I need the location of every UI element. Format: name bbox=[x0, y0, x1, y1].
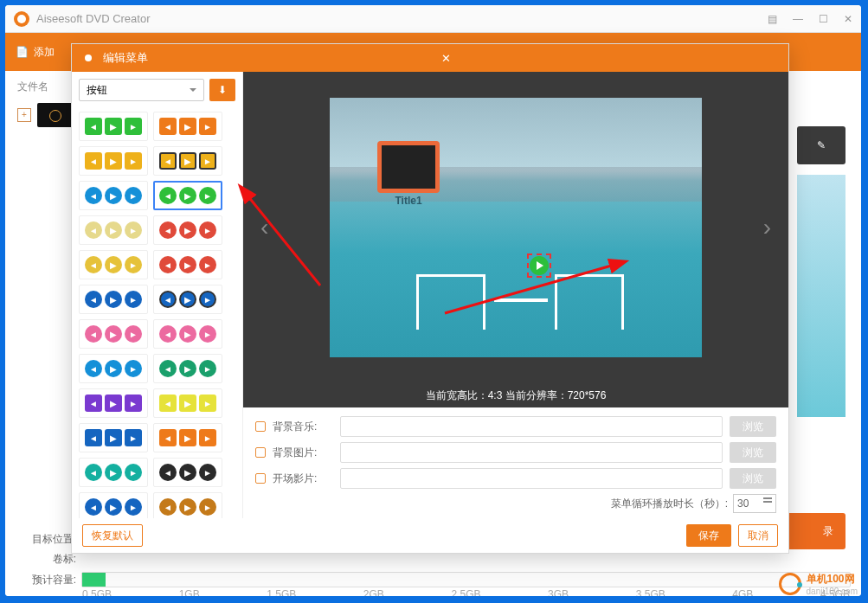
capacity-tick: 3GB bbox=[548, 588, 569, 596]
capacity-fill bbox=[82, 573, 106, 587]
close-icon[interactable]: ✕ bbox=[844, 13, 852, 25]
loop-duration-label: 菜单循环播放时长（秒）: bbox=[611, 497, 728, 511]
title-label: Title1 bbox=[377, 195, 440, 207]
button-style-option[interactable]: ◄▶► bbox=[79, 112, 148, 141]
button-style-option[interactable]: ◄▶► bbox=[153, 492, 222, 518]
button-style-option[interactable]: ◄▶► bbox=[79, 354, 148, 383]
button-style-option[interactable]: ◄▶► bbox=[153, 250, 222, 279]
bg-music-label: 背景音乐: bbox=[273, 420, 333, 434]
watermark: 单机100网 danji100.com bbox=[779, 572, 858, 596]
button-style-option[interactable]: ◄▶► bbox=[79, 423, 148, 452]
button-style-option[interactable]: ◄▶► bbox=[153, 458, 222, 487]
prev-page-button[interactable]: ‹ bbox=[260, 214, 268, 241]
app-icon bbox=[14, 11, 29, 27]
bg-music-browse-button[interactable]: 浏览 bbox=[730, 416, 776, 437]
dialog-close-button[interactable]: ✕ bbox=[441, 52, 780, 65]
minimize-icon[interactable]: — bbox=[793, 13, 803, 25]
add-label: 添加 bbox=[34, 45, 55, 60]
title-thumbnail[interactable]: Title1 bbox=[377, 141, 440, 210]
button-style-option[interactable]: ◄▶► bbox=[153, 146, 222, 176]
opening-input[interactable] bbox=[340, 468, 723, 489]
capacity-tick: 1GB bbox=[179, 588, 200, 596]
button-style-option[interactable]: ◄▶► bbox=[153, 181, 222, 210]
loop-value: 30 bbox=[737, 497, 749, 510]
button-style-option[interactable]: ◄▶► bbox=[79, 146, 148, 176]
button-style-option[interactable]: ◄▶► bbox=[79, 215, 148, 245]
preview-info-bar: 当前宽高比：4:3 当前分辨率：720*576 bbox=[243, 383, 788, 407]
target-label: 目标位置: bbox=[16, 532, 76, 547]
button-style-option[interactable]: ◄▶► bbox=[79, 181, 148, 210]
save-button[interactable]: 保存 bbox=[686, 524, 731, 547]
capacity-tick: 3.5GB bbox=[636, 588, 665, 596]
edit-icon: ✎ bbox=[817, 139, 826, 151]
download-styles-button[interactable]: ⬇ bbox=[209, 79, 235, 101]
capacity-label: 预计容量: bbox=[16, 573, 76, 587]
button-style-option[interactable]: ◄▶► bbox=[153, 388, 222, 418]
side-preview bbox=[797, 175, 845, 417]
button-style-option[interactable]: ◄▶► bbox=[79, 319, 148, 349]
bg-image-label: 背景图片: bbox=[273, 446, 333, 460]
button-style-panel: 按钮 ⬇ ◄▶►◄▶►◄▶►◄▶►◄▶►◄▶►◄▶►◄▶►◄▶►◄▶►◄▶►◄▶… bbox=[72, 72, 243, 518]
button-style-option[interactable]: ◄▶► bbox=[79, 250, 148, 279]
maximize-icon[interactable]: ☐ bbox=[819, 13, 828, 25]
button-style-option[interactable]: ◄▶► bbox=[153, 354, 222, 383]
bg-image-checkbox[interactable] bbox=[255, 447, 266, 458]
watermark-brand: 单机100网 bbox=[807, 573, 855, 585]
next-page-button[interactable]: › bbox=[763, 214, 771, 241]
bg-image-input[interactable] bbox=[340, 442, 723, 463]
capacity-tick: 0.5GB bbox=[82, 588, 112, 596]
button-style-option[interactable]: ◄▶► bbox=[153, 215, 222, 245]
capacity-tick: 4GB bbox=[732, 588, 753, 596]
loop-duration-spinner[interactable]: 30 bbox=[733, 494, 776, 513]
filename-header: 文件名 bbox=[17, 80, 76, 94]
dialog-titlebar: 编辑菜单 ✕ bbox=[72, 44, 788, 72]
capacity-tick: 1.5GB bbox=[267, 588, 296, 596]
bg-image-browse-button[interactable]: 浏览 bbox=[730, 442, 776, 463]
opening-checkbox[interactable] bbox=[255, 473, 266, 484]
capacity-tick: 2GB bbox=[363, 588, 384, 596]
capacity-tick: 2.5GB bbox=[451, 588, 480, 596]
button-style-option[interactable]: ◄▶► bbox=[79, 458, 148, 487]
title-bar: Aiseesoft DVD Creator ▤ — ☐ ✕ bbox=[5, 5, 861, 33]
capacity-meter: 0.5GB1GB1.5GB2GB2.5GB3GB3.5GB4GB4.5GB bbox=[81, 572, 851, 587]
add-icon: 📄 bbox=[16, 46, 29, 58]
button-style-option[interactable]: ◄▶► bbox=[153, 423, 222, 452]
volume-label: 卷标: bbox=[16, 552, 76, 567]
dialog-title: 编辑菜单 bbox=[103, 50, 441, 66]
cancel-button[interactable]: 取消 bbox=[738, 524, 778, 547]
bg-music-checkbox[interactable] bbox=[255, 421, 266, 432]
restore-defaults-button[interactable]: 恢复默认 bbox=[82, 524, 143, 547]
expand-icon[interactable]: + bbox=[17, 108, 31, 122]
button-style-option[interactable]: ◄▶► bbox=[79, 492, 148, 518]
app-title: Aiseesoft DVD Creator bbox=[36, 12, 768, 25]
style-category-dropdown[interactable]: 按钮 bbox=[79, 79, 204, 101]
menu-preview[interactable]: Title1 bbox=[330, 98, 702, 357]
opening-label: 开场影片: bbox=[273, 471, 333, 486]
button-style-option[interactable]: ◄▶► bbox=[79, 285, 148, 314]
edit-button[interactable]: ✎ bbox=[797, 126, 845, 164]
dialog-icon bbox=[82, 52, 94, 64]
menu-preview-stage: ‹ › Title1 bbox=[243, 72, 788, 383]
video-thumbnail[interactable] bbox=[37, 103, 74, 127]
watermark-icon bbox=[779, 573, 801, 595]
watermark-url: danji100.com bbox=[807, 587, 858, 596]
bg-music-input[interactable] bbox=[340, 416, 723, 437]
button-style-option[interactable]: ◄▶► bbox=[153, 319, 222, 349]
button-style-option[interactable]: ◄▶► bbox=[153, 112, 222, 141]
button-style-option[interactable]: ◄▶► bbox=[153, 285, 222, 314]
dropdown-value: 按钮 bbox=[87, 83, 107, 98]
download-icon: ⬇ bbox=[218, 84, 227, 96]
edit-menu-dialog: 编辑菜单 ✕ 按钮 ⬇ ◄▶►◄▶►◄▶►◄▶►◄▶►◄▶►◄▶►◄▶►◄▶►◄… bbox=[71, 43, 789, 554]
button-style-option[interactable]: ◄▶► bbox=[79, 388, 148, 418]
add-media-button[interactable]: 📄 添加 bbox=[16, 45, 55, 60]
menu-icon[interactable]: ▤ bbox=[768, 13, 777, 25]
opening-browse-button[interactable]: 浏览 bbox=[730, 468, 776, 489]
